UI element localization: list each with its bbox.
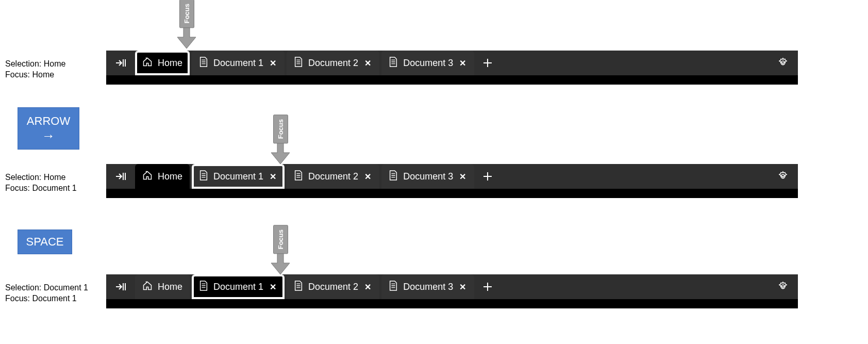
tab-label: Home: [158, 282, 182, 292]
focus-pointer: Focus: [270, 225, 291, 275]
tab-label: Document 3: [403, 58, 453, 69]
document-icon: [294, 57, 303, 70]
add-tab-button[interactable]: [476, 274, 499, 299]
close-icon[interactable]: ✕: [458, 282, 467, 292]
arrow-down-icon: [270, 142, 291, 165]
focus-pointer: Focus: [270, 114, 291, 165]
tab-label: Document 3: [403, 171, 453, 182]
tab-label: Document 2: [308, 58, 358, 69]
status-selection: Selection: Home: [5, 172, 77, 183]
focus-pointer-label: Focus: [273, 225, 288, 254]
tab-document-2[interactable]: Document 2✕: [287, 164, 379, 189]
tabbar: HomeDocument 1✕Document 2✕Document 3✕: [106, 51, 798, 85]
document-icon: [294, 281, 303, 293]
close-icon[interactable]: ✕: [363, 172, 372, 182]
settings-button[interactable]: [771, 274, 798, 299]
tabbar: HomeDocument 1✕Document 2✕Document 3✕: [106, 274, 798, 308]
close-icon[interactable]: ✕: [269, 172, 277, 182]
tab-document-2[interactable]: Document 2✕: [287, 274, 379, 299]
tab-home[interactable]: Home: [135, 51, 190, 75]
close-icon[interactable]: ✕: [363, 58, 372, 68]
tab-label: Document 1: [213, 282, 263, 292]
settings-button[interactable]: [771, 51, 798, 75]
status-selection: Selection: Home: [5, 59, 65, 70]
document-icon: [294, 170, 303, 181]
document-icon: [199, 57, 208, 67]
home-icon: [142, 57, 153, 67]
home-icon: [142, 281, 153, 291]
document-icon: [199, 170, 208, 181]
tab-label: Document 3: [403, 282, 453, 292]
home-icon: [142, 170, 153, 183]
arrow-down-icon: [270, 253, 291, 275]
status-focus: Focus: Document 1: [5, 293, 88, 304]
document-icon: [389, 281, 398, 291]
tab-label: Document 1: [213, 58, 263, 69]
document-icon: [199, 281, 208, 291]
status-focus: Focus: Document 1: [5, 183, 77, 194]
tab-document-3[interactable]: Document 3✕: [381, 274, 474, 299]
close-icon[interactable]: ✕: [363, 282, 372, 292]
tab-document-1[interactable]: Document 1✕: [192, 164, 285, 189]
document-icon: [199, 170, 208, 183]
home-icon: [142, 170, 153, 181]
focus-pointer: Focus: [176, 0, 197, 50]
tab-label: Document 2: [308, 282, 358, 292]
document-icon: [389, 170, 398, 183]
home-icon: [142, 281, 153, 293]
focus-pointer-label: Focus: [273, 114, 288, 143]
nav-forward-button[interactable]: [109, 274, 133, 299]
document-icon: [294, 170, 303, 183]
arrow-key: ARROW →: [18, 107, 79, 150]
tab-document-3[interactable]: Document 3✕: [381, 51, 474, 75]
tab-document-2[interactable]: Document 2✕: [287, 51, 379, 75]
space-key: SPACE: [18, 230, 72, 254]
document-icon: [389, 170, 398, 181]
arrow-down-icon: [176, 27, 197, 50]
document-icon: [294, 281, 303, 291]
close-icon[interactable]: ✕: [269, 282, 277, 292]
tab-group: HomeDocument 1✕Document 2✕Document 3✕: [135, 274, 474, 299]
space-key-label: SPACE: [26, 235, 64, 249]
close-icon[interactable]: ✕: [458, 58, 467, 68]
arrow-key-label: ARROW: [27, 114, 70, 128]
tabbar: HomeDocument 1✕Document 2✕Document 3✕: [106, 164, 798, 198]
focus-pointer-label: Focus: [179, 0, 194, 28]
nav-forward-button[interactable]: [109, 51, 133, 75]
document-icon: [389, 57, 398, 67]
document-icon: [294, 57, 303, 67]
nav-forward-button[interactable]: [109, 164, 133, 189]
tab-home[interactable]: Home: [135, 164, 190, 189]
tab-document-1[interactable]: Document 1✕: [192, 51, 285, 75]
tab-document-1[interactable]: Document 1✕: [192, 274, 285, 299]
tab-home[interactable]: Home: [135, 274, 190, 299]
tab-group: HomeDocument 1✕Document 2✕Document 3✕: [135, 164, 474, 189]
document-icon: [199, 281, 208, 293]
tab-group: HomeDocument 1✕Document 2✕Document 3✕: [135, 51, 474, 75]
status-text: Selection: Document 1 Focus: Document 1: [5, 283, 88, 304]
tab-label: Document 1: [213, 171, 263, 182]
status-selection: Selection: Document 1: [5, 283, 88, 293]
settings-button[interactable]: [771, 164, 798, 189]
close-icon[interactable]: ✕: [269, 58, 277, 68]
tab-label: Home: [158, 58, 182, 69]
document-icon: [389, 57, 398, 70]
add-tab-button[interactable]: [476, 164, 499, 189]
tab-label: Document 2: [308, 171, 358, 182]
arrow-right-icon: →: [42, 129, 55, 142]
status-focus: Focus: Home: [5, 70, 65, 80]
add-tab-button[interactable]: [476, 51, 499, 75]
home-icon: [142, 57, 153, 70]
status-text: Selection: Home Focus: Document 1: [5, 172, 77, 194]
document-icon: [389, 281, 398, 293]
status-text: Selection: Home Focus: Home: [5, 59, 65, 80]
tab-document-3[interactable]: Document 3✕: [381, 164, 474, 189]
close-icon[interactable]: ✕: [458, 172, 467, 182]
tab-label: Home: [158, 171, 182, 182]
document-icon: [199, 57, 208, 70]
